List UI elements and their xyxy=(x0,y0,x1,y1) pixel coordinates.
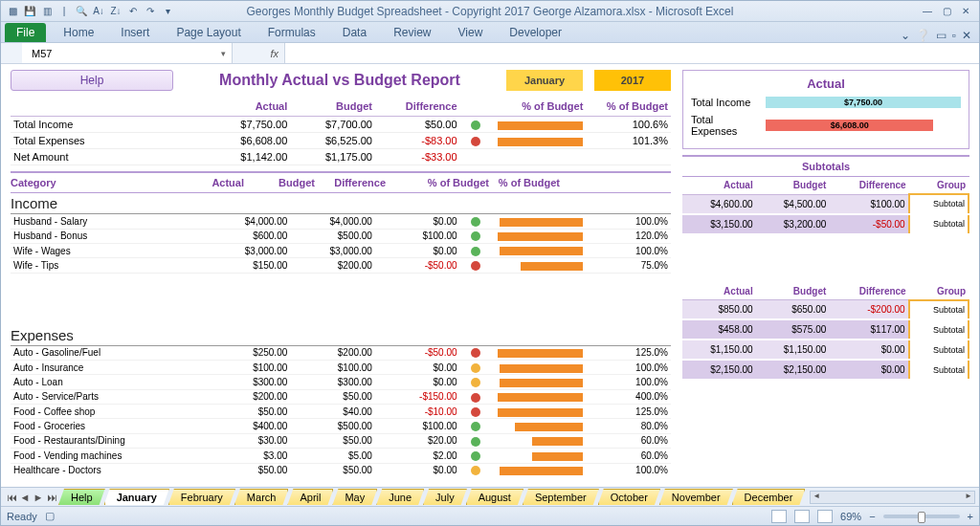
detail-grid[interactable]: IncomeHusband - Salary$4,000.00$4,000.00… xyxy=(11,193,671,476)
summary-row: Total Income$7,750.00$7,700.00$50.00100.… xyxy=(11,117,671,133)
report-title: Monthly Actual vs Budget Report xyxy=(185,72,495,89)
excel-icon: ▩ xyxy=(5,4,20,19)
close-icon[interactable]: ✕ xyxy=(958,4,973,19)
detail-row: Food - Coffee shop$50.00$40.00-$10.00125… xyxy=(11,405,671,419)
tab-view[interactable]: View xyxy=(449,23,493,42)
sort-asc-icon[interactable]: A↓ xyxy=(91,4,106,19)
tab-nav-next-icon[interactable]: ► xyxy=(32,492,45,503)
tab-nav-last-icon[interactable]: ⏭ xyxy=(45,492,58,503)
detail-row: Husband - Salary$4,000.00$4,000.00$0.001… xyxy=(11,214,671,229)
pct-bar xyxy=(498,349,584,358)
sort-desc-icon[interactable]: Z↓ xyxy=(108,4,123,19)
pct-bar xyxy=(498,138,584,146)
status-dot-icon xyxy=(471,217,480,227)
actual-chart-title: Actual xyxy=(691,77,961,91)
tab-review[interactable]: Review xyxy=(384,23,440,42)
redo-icon[interactable]: ↷ xyxy=(143,4,158,19)
help-icon[interactable]: ❔ xyxy=(916,29,930,42)
ribbon-tabs: File Home Insert Page Layout Formulas Da… xyxy=(1,22,979,43)
tab-insert[interactable]: Insert xyxy=(111,23,159,42)
sheet-tab[interactable]: May xyxy=(332,489,377,505)
sheet-tab[interactable]: March xyxy=(234,489,289,505)
pct-bar xyxy=(500,379,584,387)
tab-developer[interactable]: Developer xyxy=(500,23,571,42)
detail-row: Wife - Tips$150.00$200.00-$50.0075.0% xyxy=(11,258,671,273)
tab-nav-prev-icon[interactable]: ◄ xyxy=(18,492,32,503)
subtotal-row: $458.00$575.00$117.00Subtotal xyxy=(682,319,969,340)
summary-row: Total Expenses$6,608.00$6,525.00-$83.001… xyxy=(11,133,671,149)
status-dot-icon xyxy=(471,137,480,146)
status-dot-icon xyxy=(471,393,480,403)
detail-row: Auto - Insurance$100.00$100.00$0.00100.0… xyxy=(11,360,671,374)
sheet-tab[interactable]: August xyxy=(466,489,523,505)
status-dot-icon xyxy=(471,422,480,431)
sheet-tab[interactable]: November xyxy=(659,489,733,505)
name-box[interactable]: M57 xyxy=(22,43,233,63)
sheet-tab[interactable]: Help xyxy=(58,489,105,505)
sheet-tab[interactable]: June xyxy=(376,489,424,505)
pct-bar xyxy=(498,408,584,417)
status-bar: Ready ▢ 69% − + xyxy=(1,506,979,525)
window-options-icon[interactable]: ▭ xyxy=(936,29,947,42)
formula-input[interactable] xyxy=(284,43,979,63)
detail-row: Husband - Bonus$600.00$500.00$100.00120.… xyxy=(11,229,671,243)
ribbon-close-icon[interactable]: ✕ xyxy=(962,29,971,42)
tab-data[interactable]: Data xyxy=(333,23,376,42)
status-dot-icon xyxy=(471,466,480,475)
formula-bar: M57 fx xyxy=(1,43,979,64)
sep-icon: | xyxy=(56,4,72,19)
report-right-pane: Actual Total Income$7,750.00Total Expens… xyxy=(682,70,969,476)
subtotal-row: $850.00$650.00-$200.00Subtotal xyxy=(682,300,969,320)
maximize-icon[interactable]: ▢ xyxy=(939,4,954,19)
zoom-out-icon[interactable]: − xyxy=(869,511,875,522)
pct-bar xyxy=(500,467,584,475)
zoom-level[interactable]: 69% xyxy=(840,511,861,522)
view-normal-icon[interactable] xyxy=(771,510,787,523)
actual-chart-box: Actual Total Income$7,750.00Total Expens… xyxy=(682,70,969,149)
status-dot-icon xyxy=(471,348,480,358)
subtotal-row: $4,600.00$4,500.00$100.00Subtotal xyxy=(682,194,969,214)
sheet-tab[interactable]: July xyxy=(423,489,467,505)
undo-icon[interactable]: ↶ xyxy=(125,4,141,19)
pct-bar xyxy=(515,423,583,431)
status-dot-icon xyxy=(471,261,480,271)
status-dot-icon xyxy=(471,378,480,387)
ribbon-min-icon[interactable]: ⌄ xyxy=(901,29,910,42)
view-layout-icon[interactable] xyxy=(794,510,810,523)
tab-page-layout[interactable]: Page Layout xyxy=(167,23,250,42)
tab-nav-first-icon[interactable]: ⏮ xyxy=(5,492,18,503)
section-title: Expenses xyxy=(11,325,671,346)
detail-row: Healthcare - Doctors$50.00$50.00$0.00100… xyxy=(11,463,671,476)
ribbon-restore-icon[interactable]: ▫ xyxy=(952,29,956,42)
subtotals-panel: Subtotals Actual Budget Difference Group… xyxy=(682,155,969,381)
horizontal-scrollbar[interactable] xyxy=(810,491,975,504)
help-button[interactable]: Help xyxy=(11,70,173,91)
sheet-tab[interactable]: September xyxy=(523,489,599,505)
sheet-tab[interactable]: April xyxy=(287,489,333,505)
worksheet[interactable]: Help Monthly Actual vs Budget Report Jan… xyxy=(1,64,979,487)
sheet-tab[interactable]: February xyxy=(168,489,235,505)
col-actual: Actual xyxy=(206,97,291,117)
pct-bar xyxy=(532,452,583,461)
zoom-in-icon[interactable]: + xyxy=(968,511,973,522)
preview-icon[interactable]: ▥ xyxy=(39,4,55,19)
minimize-icon[interactable]: — xyxy=(920,4,935,19)
qat-more-icon[interactable]: ▾ xyxy=(160,4,175,19)
tab-file[interactable]: File xyxy=(5,23,46,42)
tab-home[interactable]: Home xyxy=(54,23,103,42)
sheet-tab[interactable]: October xyxy=(598,489,660,505)
macro-record-icon[interactable]: ▢ xyxy=(45,510,55,522)
detail-row: Food - Groceries$400.00$500.00$100.0080.… xyxy=(11,419,671,433)
tab-formulas[interactable]: Formulas xyxy=(258,23,325,42)
summary-row: Net Amount$1,142.00$1,175.00-$33.00 xyxy=(11,149,671,165)
sheet-tab[interactable]: January xyxy=(104,489,169,505)
zoom-slider[interactable] xyxy=(883,515,960,518)
view-pagebreak-icon[interactable] xyxy=(817,510,833,523)
status-dot-icon xyxy=(471,121,480,130)
fx-label[interactable]: fx xyxy=(233,48,284,59)
sheet-tab[interactable]: December xyxy=(732,489,806,505)
save-icon[interactable]: 💾 xyxy=(22,4,37,19)
pct-bar xyxy=(500,364,584,373)
find-icon[interactable]: 🔍 xyxy=(74,4,89,19)
detail-row: Food - Vending machines$3.00$5.00$2.0060… xyxy=(11,449,671,463)
